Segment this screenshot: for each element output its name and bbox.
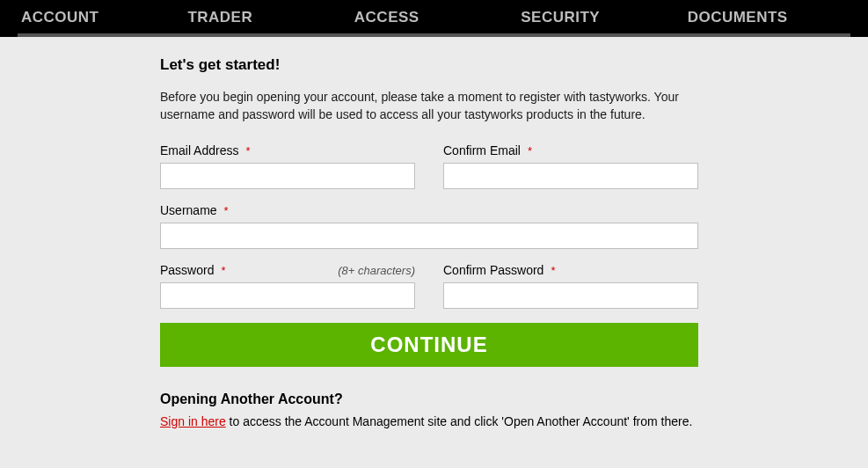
field-confirm-email: Confirm Email * (443, 143, 698, 189)
password-hint: (8+ characters) (338, 264, 415, 277)
required-marker: * (551, 264, 555, 277)
required-marker: * (528, 144, 532, 157)
email-input[interactable] (160, 163, 415, 189)
required-marker: * (221, 264, 225, 277)
page-title: Let's get started! (160, 56, 698, 74)
tab-access[interactable]: ACCESS (351, 0, 517, 37)
another-account-heading: Opening Another Account? (160, 391, 698, 407)
label-confirm-password: Confirm Password (443, 263, 543, 277)
main-content: Let's get started! Before you begin open… (160, 37, 698, 430)
tab-documents[interactable]: DOCUMENTS (684, 0, 850, 37)
label-password: Password (160, 263, 214, 277)
field-password: Password * (8+ characters) (160, 263, 415, 309)
label-confirm-email: Confirm Email (443, 143, 521, 157)
field-email: Email Address * (160, 143, 415, 189)
continue-button[interactable]: CONTINUE (160, 323, 698, 367)
sign-in-link[interactable]: Sign in here (160, 414, 226, 428)
field-confirm-password: Confirm Password * (443, 263, 698, 309)
tab-security[interactable]: SECURITY (517, 0, 683, 37)
label-username: Username (160, 203, 217, 217)
tab-trader[interactable]: TRADER (184, 0, 350, 37)
tab-account[interactable]: ACCOUNT (18, 0, 184, 37)
another-account-rest: to access the Account Management site an… (226, 414, 693, 428)
intro-text: Before you begin opening your account, p… (160, 88, 698, 124)
top-nav: ACCOUNT TRADER ACCESS SECURITY DOCUMENTS (0, 0, 868, 37)
required-marker: * (224, 204, 229, 217)
label-email: Email Address (160, 143, 238, 157)
username-input[interactable] (160, 223, 698, 249)
confirm-password-input[interactable] (443, 282, 698, 309)
another-account-text: Sign in here to access the Account Manag… (160, 413, 698, 430)
password-input[interactable] (160, 282, 415, 309)
required-marker: * (245, 144, 250, 157)
confirm-email-input[interactable] (443, 163, 698, 189)
field-username: Username * (160, 203, 698, 249)
